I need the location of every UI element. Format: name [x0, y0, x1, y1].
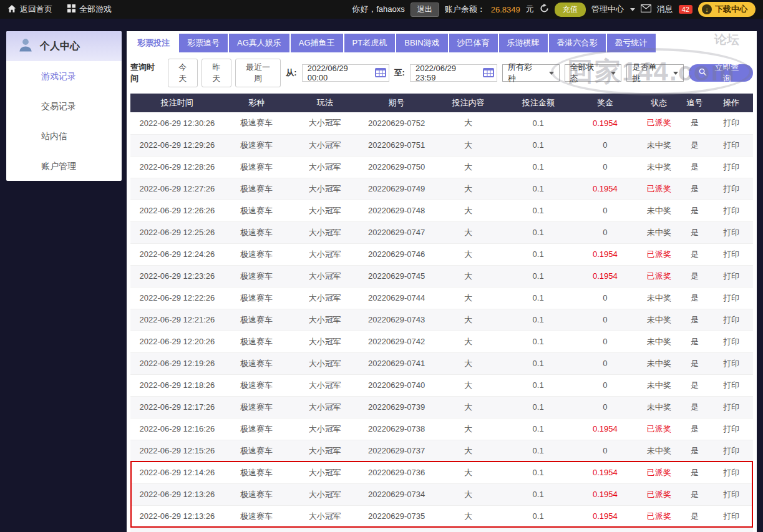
print-action[interactable]: 打印: [709, 265, 753, 287]
lottery-type: 极速赛车: [224, 309, 289, 331]
status-select[interactable]: 全部状态: [565, 64, 622, 82]
tab-6[interactable]: 沙巴体育: [449, 34, 498, 52]
bet-content: 大: [432, 221, 504, 243]
sidebar-item-3[interactable]: 账户管理: [6, 151, 122, 181]
table-row: 2022-06-29 12:26:26极速赛车大小冠军20220629-0748…: [130, 200, 753, 221]
lottery-type: 极速赛车: [224, 527, 289, 532]
print-action[interactable]: 打印: [709, 200, 753, 221]
chase: 是: [680, 309, 709, 331]
logout-button[interactable]: 退出: [411, 2, 439, 17]
tab-8[interactable]: 香港六合彩: [549, 34, 606, 52]
calendar-icon[interactable]: [375, 67, 386, 79]
print-action[interactable]: 打印: [709, 462, 753, 483]
print-action[interactable]: 打印: [709, 287, 753, 309]
print-action[interactable]: 打印: [709, 352, 753, 374]
bet-amount: 0.1: [504, 156, 573, 178]
sidebar-item-1[interactable]: 交易记录: [6, 91, 122, 121]
quick-date-button-0[interactable]: 今天: [168, 59, 198, 87]
to-date-input[interactable]: 2022/06/29 23:59: [410, 64, 497, 82]
home-link[interactable]: 返回首页: [7, 4, 52, 15]
play-type: 大小冠军: [289, 462, 361, 483]
status: 未中奖: [638, 287, 680, 309]
query-button[interactable]: 立即查询: [689, 64, 753, 82]
prize: 0.1954: [573, 418, 638, 440]
sidebar-menu: 游戏记录交易记录站内信账户管理: [6, 61, 122, 181]
bet-amount: 0.1: [504, 243, 573, 265]
main-content: 论坛 回家144.com 彩票投注彩票追号AG真人娱乐AG捕鱼王PT老虎机BBI…: [127, 31, 757, 532]
print-action[interactable]: 打印: [709, 374, 753, 396]
play-type: 大小冠军: [289, 134, 361, 156]
greeting: 你好，fahaoxs: [352, 4, 405, 15]
messages-count-badge: 42: [679, 5, 693, 14]
lottery-type: 极速赛车: [224, 200, 289, 221]
lottery-type: 极速赛车: [224, 331, 289, 352]
lottery-type-select[interactable]: 所有彩种: [502, 64, 560, 82]
print-action[interactable]: 打印: [709, 112, 753, 134]
quick-date-button-2[interactable]: 最近一周: [235, 59, 281, 87]
print-action[interactable]: 打印: [709, 527, 753, 532]
mail-icon[interactable]: [641, 4, 651, 14]
table-header-row: 投注时间彩种玩法期号投注内容投注金额奖金状态追号操作: [130, 94, 753, 112]
admin-center-menu[interactable]: 管理中心: [591, 4, 635, 15]
tab-0[interactable]: 彩票投注: [129, 34, 178, 52]
messages-link[interactable]: 消息: [657, 4, 673, 15]
period-number: 20220629-0742: [361, 331, 432, 352]
print-action[interactable]: 打印: [709, 178, 753, 200]
chase: 是: [680, 483, 709, 505]
bet-amount: 0.1: [504, 527, 573, 532]
chase: 是: [680, 243, 709, 265]
play-type: 大小冠军: [289, 527, 361, 532]
tab-5[interactable]: BBIN游戏: [396, 34, 447, 52]
column-header-print-action: 操作: [709, 94, 753, 112]
status: 未中奖: [638, 156, 680, 178]
print-action[interactable]: 打印: [709, 134, 753, 156]
table-row: 2022-06-29 12:16:26极速赛车大小冠军20220629-0738…: [130, 418, 753, 440]
print-action[interactable]: 打印: [709, 243, 753, 265]
bet-content: 大: [432, 309, 504, 331]
tab-7[interactable]: 乐游棋牌: [499, 34, 548, 52]
print-action[interactable]: 打印: [709, 483, 753, 505]
sidebar-item-2[interactable]: 站内信: [6, 121, 122, 151]
print-action[interactable]: 打印: [709, 505, 753, 527]
calendar-icon[interactable]: [483, 67, 494, 79]
sidebar-item-0[interactable]: 游戏记录: [6, 61, 122, 91]
single-pick-select[interactable]: 是否单挑: [626, 64, 684, 82]
tab-3[interactable]: AG捕鱼王: [291, 34, 343, 52]
print-action[interactable]: 打印: [709, 440, 753, 462]
balance-value: 26.8349: [491, 5, 520, 14]
prize: 0: [573, 134, 638, 156]
tab-4[interactable]: PT老虎机: [344, 34, 396, 52]
column-header-bet-amount: 投注金额: [504, 94, 573, 112]
table-row: 2022-06-29 12:25:26极速赛车大小冠军20220629-0747…: [130, 221, 753, 243]
bet-amount: 0.1: [504, 265, 573, 287]
page-body: 个人中心 游戏记录交易记录站内信账户管理 论坛 回家144.com 彩票投注彩票…: [0, 19, 763, 532]
tab-9[interactable]: 盈亏统计: [607, 34, 656, 52]
all-games-link[interactable]: 全部游戏: [67, 4, 112, 15]
recharge-button[interactable]: 充值: [555, 2, 586, 17]
table-row: 2022-06-29 12:21:26极速赛车大小冠军20220629-0743…: [130, 309, 753, 331]
print-action[interactable]: 打印: [709, 221, 753, 243]
refresh-icon[interactable]: [540, 4, 549, 15]
table-row: 2022-06-29 12:19:26极速赛车大小冠军20220629-0741…: [130, 352, 753, 374]
bet-content: 大: [432, 483, 504, 505]
print-action[interactable]: 打印: [709, 396, 753, 418]
column-header-bet-content: 投注内容: [432, 94, 504, 112]
print-action[interactable]: 打印: [709, 309, 753, 331]
prize: 0.1954: [573, 505, 638, 527]
print-action[interactable]: 打印: [709, 331, 753, 352]
grid-icon: [67, 4, 75, 14]
period-number: 20220629-0745: [361, 265, 432, 287]
print-action[interactable]: 打印: [709, 156, 753, 178]
download-center-button[interactable]: ↓ 下载中心: [698, 2, 756, 17]
table-row: 2022-06-29 12:30:26极速赛车大小冠军20220629-0752…: [130, 112, 753, 134]
tab-1[interactable]: 彩票追号: [179, 34, 228, 52]
bet-content: 大: [432, 134, 504, 156]
from-date-input[interactable]: 2022/06/29 00:00: [302, 64, 389, 82]
quick-date-button-1[interactable]: 昨天: [202, 59, 231, 87]
table-row: 2022-06-29 12:15:26极速赛车大小冠军20220629-0737…: [130, 440, 753, 462]
bet-amount: 0.1: [504, 178, 573, 200]
status: 已派奖: [638, 265, 680, 287]
tab-2[interactable]: AG真人娱乐: [229, 34, 289, 52]
print-action[interactable]: 打印: [709, 418, 753, 440]
bet-amount: 0.1: [504, 418, 573, 440]
